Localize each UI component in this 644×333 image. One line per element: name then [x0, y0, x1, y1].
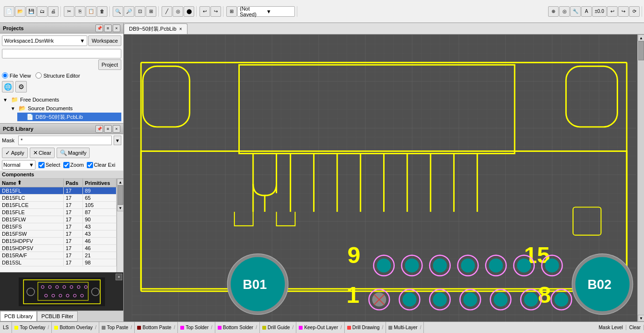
clear-status-btn[interactable]: Clear	[626, 325, 644, 330]
extra-btn3[interactable]: 🔧	[570, 6, 581, 17]
zoom-select-btn[interactable]: ⊞	[146, 6, 156, 17]
comp-name: DB15FLW	[0, 216, 64, 223]
zoom-fit-btn[interactable]: ⊡	[135, 6, 145, 17]
extra-btn8[interactable]: ⟳	[629, 6, 640, 17]
pcblib-close-btn[interactable]: ×	[113, 125, 120, 133]
browse-icon-btn[interactable]: 🌐	[2, 81, 13, 92]
scrollbar-down-btn[interactable]: ▼	[117, 205, 123, 211]
projects-menu-btn[interactable]: ≡	[104, 24, 112, 32]
tree-item-pcblib[interactable]: 📄 DB9~50封装.PcbLib	[17, 113, 121, 121]
tab-pcblib-filter[interactable]: PCBLIB Filter	[37, 311, 78, 322]
route-btn[interactable]: ╱	[162, 6, 172, 17]
layer-item-keep-out-layer[interactable]: Keep-Out Layer /	[296, 322, 344, 333]
magnify-btn[interactable]: 🔍 Magnify	[57, 148, 90, 158]
layer-separator: /	[382, 325, 383, 330]
extra-btn5[interactable]: ±0.0	[592, 6, 607, 17]
mask-input[interactable]	[18, 136, 112, 145]
thumbnail-close-btn[interactable]: ×	[116, 274, 122, 280]
projects-pin-btn[interactable]: 📌	[95, 24, 103, 32]
zoom-in-btn[interactable]: 🔍	[113, 6, 123, 17]
extra-btn6[interactable]: ↩	[607, 6, 618, 17]
canvas-scrollbar-vertical[interactable]: ▲ ▼	[637, 34, 644, 322]
zoom-checkbox[interactable]: Zoom	[63, 162, 84, 168]
copy-btn[interactable]: ⎘	[75, 6, 85, 17]
paste-btn[interactable]: 📋	[86, 6, 96, 17]
canvas-scroll-down[interactable]: ▼	[638, 315, 644, 322]
table-row[interactable]: DB15RA/F 17 21	[0, 252, 117, 259]
structure-editor-radio[interactable]: Structure Editor	[35, 72, 80, 79]
projects-close-btn[interactable]: ×	[113, 24, 120, 32]
table-row[interactable]: DB15FLC 17 65	[0, 195, 117, 202]
extra-btn7[interactable]: ↪	[618, 6, 629, 17]
search-input[interactable]	[2, 49, 121, 58]
select-checkbox[interactable]: Select	[38, 162, 60, 168]
layer-item-drill-drawing[interactable]: Drill Drawing /	[345, 322, 386, 333]
table-row[interactable]: DB15FLE 17 87	[0, 209, 117, 216]
table-row[interactable]: DB15FLCE 17 105	[0, 202, 117, 209]
workspace-btn[interactable]: Workspace	[88, 35, 121, 46]
layer-item-bottom-solder[interactable]: Bottom Solder /	[215, 322, 260, 333]
scrollbar-track[interactable]	[117, 185, 123, 205]
layer-item-top-overlay[interactable]: Top Overlay /	[12, 322, 52, 333]
grid-btn[interactable]: ⊞	[226, 6, 237, 17]
th-pads[interactable]: Pads	[64, 179, 83, 187]
save-btn[interactable]: 💾	[26, 6, 36, 17]
layer-item-drill-guide[interactable]: Drill Guide /	[260, 322, 296, 333]
table-row[interactable]: DB15FL 17 89	[0, 187, 117, 195]
scrollbar-thumb[interactable]	[117, 185, 123, 205]
clear-filter-btn[interactable]: ✕ Clear	[30, 148, 55, 158]
layer-item-top-paste[interactable]: Top Paste /	[99, 322, 135, 333]
canvas-area[interactable]: 9 15	[124, 34, 644, 322]
tab-pcb-library[interactable]: PCB Library	[0, 311, 37, 322]
via-btn[interactable]: ◎	[173, 6, 183, 17]
table-row[interactable]: DB15FS 17 43	[0, 223, 117, 230]
pcblib-menu-btn[interactable]: ≡	[104, 125, 112, 133]
tab-close-btn[interactable]: ×	[179, 26, 182, 32]
grid-dropdown[interactable]: (Not Saved) ▼	[237, 6, 295, 17]
zoom-out-btn[interactable]: 🔎	[124, 6, 134, 17]
th-name[interactable]: Name ⬆	[0, 179, 64, 187]
canvas-scroll-track[interactable]	[638, 41, 644, 315]
canvas-scroll-thumb[interactable]	[638, 41, 644, 60]
table-row[interactable]: DB15HDPFV 17 46	[0, 238, 117, 245]
extra-btn4[interactable]: A	[581, 6, 592, 17]
table-row[interactable]: DB15FSW 17 43	[0, 230, 117, 238]
mask-dropdown-btn[interactable]: ▼	[114, 136, 121, 145]
normal-dropdown[interactable]: Normal ▼	[2, 160, 35, 170]
comp-scrollbar[interactable]: ▲ ▼	[117, 179, 123, 272]
pcblib-pin-btn[interactable]: 📌	[95, 125, 103, 133]
canvas-scroll-up[interactable]: ▲	[638, 34, 644, 41]
tree-item-free-docs[interactable]: ▼ 📁 Free Documents	[2, 95, 121, 104]
mask-level-item[interactable]: Mask Level	[596, 325, 627, 330]
pad-btn[interactable]: ⬤	[184, 6, 194, 17]
undo-btn[interactable]: ↩	[199, 6, 210, 17]
pcblib-tab[interactable]: DB9~50封装.PcbLib ×	[124, 23, 187, 34]
ls-indicator[interactable]: LS	[0, 322, 12, 333]
open-btn[interactable]: 📂	[15, 6, 25, 17]
layer-item-bottom-overlay[interactable]: Bottom Overlay /	[52, 322, 99, 333]
project-btn[interactable]: Project	[98, 59, 121, 70]
save-all-btn[interactable]: 🗂	[37, 6, 47, 17]
table-row[interactable]: DB15SL 17 98	[0, 259, 117, 266]
extra-btn1[interactable]: ⊕	[548, 6, 559, 17]
th-primitives[interactable]: Primitives	[83, 179, 117, 187]
layer-item-multi-layer[interactable]: Multi-Layer /	[386, 322, 424, 333]
apply-btn[interactable]: ✓ Apply	[2, 148, 28, 158]
cut-btn[interactable]: ✂	[64, 6, 74, 17]
comp-table[interactable]: Name ⬆ Pads Primitives DB15FL 17 89	[0, 179, 117, 272]
settings-icon-btn[interactable]: ⚙	[15, 81, 27, 92]
layer-item-top-solder[interactable]: Top Solder /	[178, 322, 215, 333]
table-row[interactable]: DB15FLW 17 90	[0, 216, 117, 223]
delete-btn[interactable]: 🗑	[97, 6, 107, 17]
redo-btn[interactable]: ↪	[211, 6, 221, 17]
scrollbar-up-btn[interactable]: ▲	[117, 179, 123, 185]
new-btn[interactable]: 📄	[4, 6, 14, 17]
print-btn[interactable]: 🖨	[48, 6, 59, 17]
table-row[interactable]: DB15HDPSV 17 46	[0, 245, 117, 252]
extra-btn2[interactable]: ◎	[559, 6, 570, 17]
layer-item-bottom-paste[interactable]: Bottom Paste /	[135, 322, 178, 333]
workspace-dropdown[interactable]: Workspace1.DsnWrk ▼	[2, 35, 87, 46]
tree-item-source-docs[interactable]: ▼ 📂 Source Documents	[10, 104, 121, 113]
clear-exist-checkbox[interactable]: Clear Exi	[87, 162, 116, 168]
file-view-radio[interactable]: File View	[2, 72, 31, 79]
